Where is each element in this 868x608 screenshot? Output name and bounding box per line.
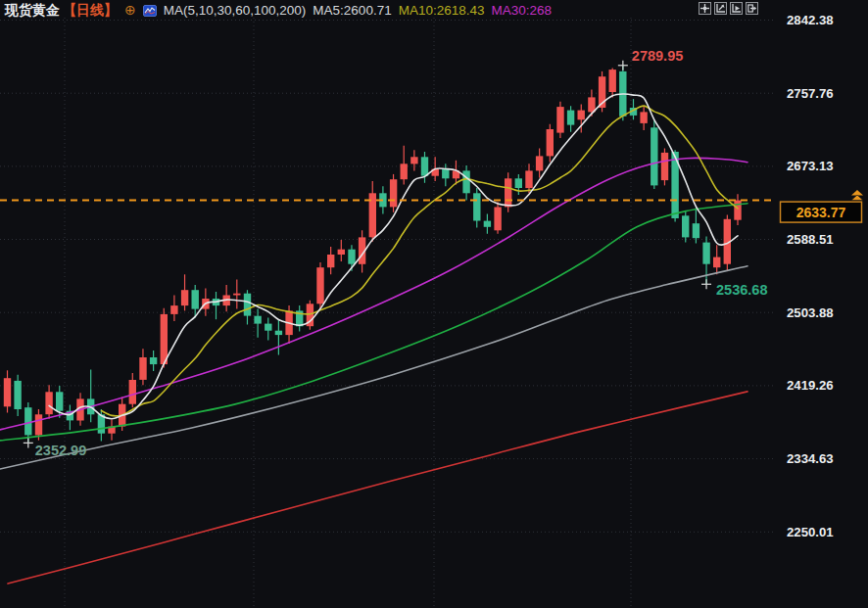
candle-body xyxy=(588,97,595,112)
candle-body xyxy=(316,267,323,304)
candle-body xyxy=(702,243,709,264)
candle-body xyxy=(536,156,543,170)
candle-body xyxy=(484,221,491,227)
candle-body xyxy=(682,215,689,237)
ma5-value-label: MA5:2600.71 xyxy=(313,3,391,18)
plus-circle-icon[interactable]: ⊕ xyxy=(124,4,136,17)
candle-body xyxy=(338,250,345,255)
candle-body xyxy=(170,305,177,314)
candle-body xyxy=(275,331,282,335)
right-low-price-label: 2536.68 xyxy=(716,282,767,298)
left-low-price-label: 2352.99 xyxy=(35,443,86,458)
crosshair-tool-button[interactable] xyxy=(699,2,711,15)
candle-body xyxy=(45,392,52,414)
candle-body xyxy=(348,250,355,264)
candle-body xyxy=(734,201,741,220)
axis-tick-label: 2250.01 xyxy=(787,525,834,539)
axis-tick-label: 2757.76 xyxy=(787,86,834,101)
candle-body xyxy=(4,378,11,406)
pane-expand-button[interactable] xyxy=(746,2,758,15)
axis-scale-right-button[interactable] xyxy=(730,2,743,15)
chart-window: 2789.952352.992536.682842.382757.762673.… xyxy=(0,0,868,608)
candle-body xyxy=(244,294,251,316)
candle-body xyxy=(473,193,480,220)
candle-body xyxy=(24,407,31,435)
period-label[interactable]: 【日线】 xyxy=(63,2,118,20)
candle-body xyxy=(129,380,136,404)
symbol-name: 现货黄金 xyxy=(5,2,60,20)
candle-body xyxy=(410,157,417,164)
candle-body xyxy=(651,127,657,185)
candle-body xyxy=(547,129,554,156)
axis-tick-label: 2334.63 xyxy=(787,451,834,466)
candle-body xyxy=(515,178,522,188)
candle-body xyxy=(567,111,574,125)
chart-toolbar xyxy=(699,2,758,15)
axis-tick-label: 2588.51 xyxy=(787,232,834,247)
candle-body xyxy=(150,357,157,364)
candle-body xyxy=(390,179,397,207)
ma10-value-label: MA10:2618.43 xyxy=(399,3,485,18)
candle-body xyxy=(640,112,647,123)
candle-body xyxy=(254,316,261,324)
current-price-value: 2633.77 xyxy=(796,205,846,220)
axis-scale-left-button[interactable] xyxy=(714,2,727,15)
candle-body xyxy=(661,153,668,180)
axis-tick-label: 2419.26 xyxy=(787,378,834,393)
ma-settings-label[interactable]: MA(5,10,30,60,100,200) xyxy=(164,3,307,18)
candle-body xyxy=(556,107,563,133)
chart-type-icon[interactable] xyxy=(143,5,157,17)
candle-body xyxy=(462,170,469,193)
chart-header: 现货黄金 【日线】 ⊕ MA(5,10,30,60,100,200) MA5:2… xyxy=(5,2,552,19)
candle-body xyxy=(327,255,334,267)
candlestick-chart-canvas[interactable]: 2789.952352.992536.682842.382757.762673.… xyxy=(0,0,868,608)
candle-body xyxy=(578,111,585,120)
candle-body xyxy=(14,381,21,409)
candle-body xyxy=(265,324,271,331)
candle-body xyxy=(609,70,616,92)
candle-body xyxy=(139,357,146,380)
candle-body xyxy=(401,164,408,179)
candle-body xyxy=(233,294,240,296)
high-price-label: 2789.95 xyxy=(632,48,683,64)
candle-body xyxy=(505,178,511,207)
candle-body xyxy=(192,290,199,308)
axis-tick-label: 2503.88 xyxy=(787,305,834,320)
candle-body xyxy=(181,290,188,305)
axis-tick-label: 2842.38 xyxy=(787,13,834,27)
candle-body xyxy=(713,257,720,268)
candle-body xyxy=(35,414,42,435)
axis-tick-label: 2673.13 xyxy=(787,159,834,173)
candle-body xyxy=(693,223,699,238)
candle-body xyxy=(56,392,63,410)
ma30-value-label: MA30:268 xyxy=(491,3,552,18)
candle-body xyxy=(421,157,428,175)
candle-body xyxy=(442,169,449,179)
candle-body xyxy=(494,208,501,231)
candle-body xyxy=(161,314,168,364)
candle-body xyxy=(525,170,532,188)
